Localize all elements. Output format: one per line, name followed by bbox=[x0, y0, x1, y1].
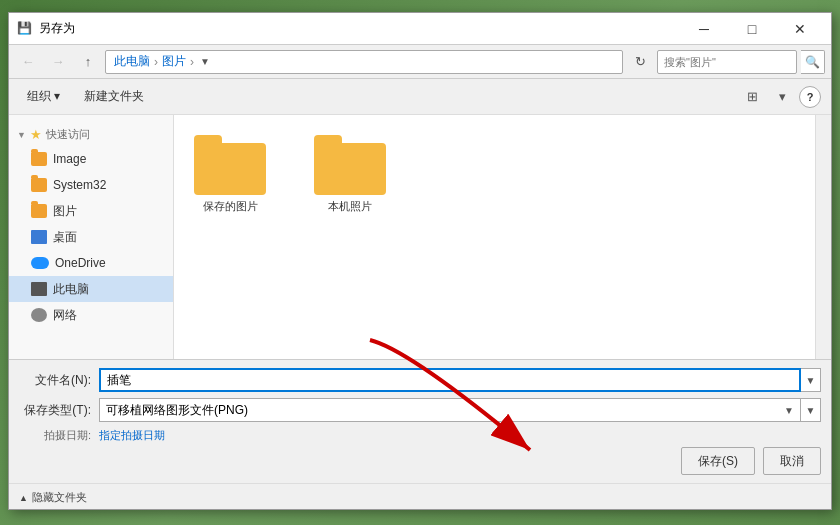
onedrive-icon bbox=[31, 257, 49, 269]
cancel-button[interactable]: 取消 bbox=[763, 447, 821, 475]
quickaccess-chevron-icon: ▼ bbox=[17, 130, 26, 140]
file-area: 保存的图片 本机照片 bbox=[174, 115, 815, 359]
view-options-button[interactable]: ⊞ bbox=[739, 84, 765, 110]
filetype-label: 保存类型(T): bbox=[19, 402, 99, 419]
sidebar-item-image-label: Image bbox=[53, 152, 86, 166]
desktop-icon bbox=[31, 230, 47, 244]
sidebar-item-system32[interactable]: System32 bbox=[9, 172, 173, 198]
sidebar-item-image[interactable]: Image bbox=[9, 146, 173, 172]
save-dialog: 💾 另存为 ─ □ ✕ ← → ↑ 此电脑 › 图片 › ▼ ↻ 🔍 组织 ▾ … bbox=[8, 12, 832, 510]
search-icon[interactable]: 🔍 bbox=[801, 50, 825, 74]
close-button[interactable]: ✕ bbox=[777, 14, 823, 44]
view-dropdown-button[interactable]: ▾ bbox=[769, 84, 795, 110]
folder-saved-pictures-label: 保存的图片 bbox=[203, 199, 258, 214]
bottom-footer: ▲ 隐藏文件夹 bbox=[9, 483, 831, 509]
save-button[interactable]: 保存(S) bbox=[681, 447, 755, 475]
metadata-row: 拍摄日期: 指定拍摄日期 bbox=[19, 428, 821, 443]
new-folder-button[interactable]: 新建文件夹 bbox=[76, 84, 152, 110]
breadcrumb-separator-2: › bbox=[190, 55, 194, 69]
titlebar: 💾 另存为 ─ □ ✕ bbox=[9, 13, 831, 45]
hide-folders-label: 隐藏文件夹 bbox=[32, 490, 87, 505]
sidebar-item-network[interactable]: 网络 bbox=[9, 302, 173, 328]
filename-input[interactable] bbox=[99, 368, 801, 392]
filename-row: 文件名(N): ▼ bbox=[19, 368, 821, 392]
filetype-value: 可移植网络图形文件(PNG) bbox=[106, 402, 248, 419]
folder-body bbox=[194, 143, 266, 195]
metadata-label: 拍摄日期: bbox=[19, 428, 99, 443]
sidebar-item-onedrive-label: OneDrive bbox=[55, 256, 106, 270]
minimize-button[interactable]: ─ bbox=[681, 14, 727, 44]
folder-icon bbox=[31, 204, 47, 218]
filetype-row: 保存类型(T): 可移植网络图形文件(PNG) ▼ ▼ bbox=[19, 398, 821, 422]
network-icon bbox=[31, 308, 47, 322]
sidebar-item-pictures[interactable]: 图片 bbox=[9, 198, 173, 224]
bottom-panel: 文件名(N): ▼ 保存类型(T): 可移植网络图形文件(PNG) ▼ ▼ 拍摄… bbox=[9, 359, 831, 483]
sidebar-item-onedrive[interactable]: OneDrive bbox=[9, 250, 173, 276]
up-button[interactable]: ↑ bbox=[75, 49, 101, 75]
refresh-button[interactable]: ↻ bbox=[627, 49, 653, 75]
sidebar-item-thispc[interactable]: 此电脑 bbox=[9, 276, 173, 302]
breadcrumb-pictures: 图片 bbox=[162, 53, 186, 70]
organize-button[interactable]: 组织 ▾ bbox=[19, 84, 68, 110]
filename-label: 文件名(N): bbox=[19, 372, 99, 389]
folder-icon bbox=[31, 178, 47, 192]
folder-body bbox=[314, 143, 386, 195]
sidebar-item-desktop-label: 桌面 bbox=[53, 229, 77, 246]
dialog-icon: 💾 bbox=[17, 21, 33, 37]
breadcrumb-separator-1: › bbox=[154, 55, 158, 69]
filetype-select[interactable]: 可移植网络图形文件(PNG) ▼ bbox=[99, 398, 801, 422]
folder-camera-roll-label: 本机照片 bbox=[328, 199, 372, 214]
forward-button[interactable]: → bbox=[45, 49, 71, 75]
folder-saved-pictures-icon bbox=[194, 135, 266, 195]
folder-camera-roll[interactable]: 本机照片 bbox=[310, 131, 390, 218]
dialog-title: 另存为 bbox=[39, 20, 681, 37]
breadcrumb-this-pc[interactable]: 此电脑 bbox=[114, 53, 150, 70]
maximize-button[interactable]: □ bbox=[729, 14, 775, 44]
quickaccess-label: 快速访问 bbox=[46, 127, 90, 142]
filetype-dropdown-arrow-icon: ▼ bbox=[784, 405, 794, 416]
breadcrumb-bar: 此电脑 › 图片 › ▼ bbox=[105, 50, 623, 74]
sidebar-item-thispc-label: 此电脑 bbox=[53, 281, 89, 298]
chevron-up-icon: ▲ bbox=[19, 493, 28, 503]
sidebar-item-pictures-label: 图片 bbox=[53, 203, 77, 220]
toolbar: 组织 ▾ 新建文件夹 ⊞ ▾ ? bbox=[9, 79, 831, 115]
sidebar: ▼ ★ 快速访问 Image System32 图片 桌面 bbox=[9, 115, 174, 359]
sidebar-item-system32-label: System32 bbox=[53, 178, 106, 192]
toolbar-right: ⊞ ▾ ? bbox=[739, 84, 821, 110]
quickaccess-header[interactable]: ▼ ★ 快速访问 bbox=[9, 123, 173, 146]
content-area: ▼ ★ 快速访问 Image System32 图片 桌面 bbox=[9, 115, 831, 359]
computer-icon bbox=[31, 282, 47, 296]
scrollbar-area bbox=[815, 115, 831, 359]
action-buttons: 保存(S) 取消 bbox=[19, 447, 821, 475]
navigation-bar: ← → ↑ 此电脑 › 图片 › ▼ ↻ 🔍 bbox=[9, 45, 831, 79]
sidebar-item-desktop[interactable]: 桌面 bbox=[9, 224, 173, 250]
folder-icon bbox=[31, 152, 47, 166]
quickaccess-star-icon: ★ bbox=[30, 127, 42, 142]
search-input[interactable] bbox=[657, 50, 797, 74]
filetype-dropdown-button[interactable]: ▼ bbox=[801, 398, 821, 422]
hide-folders-button[interactable]: ▲ 隐藏文件夹 bbox=[19, 490, 87, 505]
breadcrumb-dropdown-button[interactable]: ▼ bbox=[198, 50, 212, 74]
filename-dropdown-button[interactable]: ▼ bbox=[801, 368, 821, 392]
sidebar-item-network-label: 网络 bbox=[53, 307, 77, 324]
folder-saved-pictures[interactable]: 保存的图片 bbox=[190, 131, 270, 218]
back-button[interactable]: ← bbox=[15, 49, 41, 75]
folder-camera-roll-icon bbox=[314, 135, 386, 195]
help-button[interactable]: ? bbox=[799, 86, 821, 108]
titlebar-controls: ─ □ ✕ bbox=[681, 14, 823, 44]
metadata-link[interactable]: 指定拍摄日期 bbox=[99, 428, 165, 443]
